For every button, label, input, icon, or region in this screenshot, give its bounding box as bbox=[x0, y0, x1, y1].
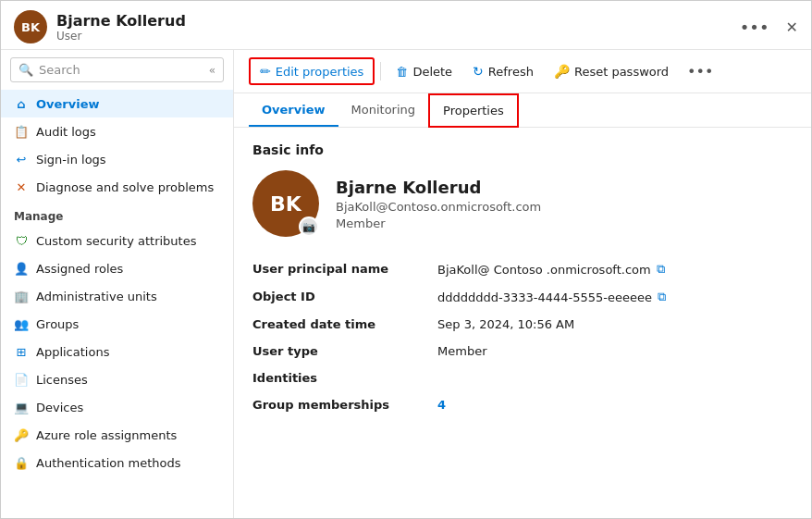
sidebar-label-auth-methods: Authentication methods bbox=[36, 456, 181, 470]
properties-table: User principal name BjaKoll@ Contoso .on… bbox=[252, 255, 793, 418]
table-row: Identities bbox=[252, 365, 793, 391]
usertype-value: Member bbox=[437, 344, 486, 358]
user-details: Bjarne Kollerud BjaKoll@Contoso.onmicros… bbox=[336, 170, 541, 237]
copy-objectid-icon[interactable]: ⧉ bbox=[658, 290, 666, 304]
sidebar-label-applications: Applications bbox=[36, 345, 109, 359]
prop-label-objectid: Object ID bbox=[252, 283, 437, 311]
prop-label-upn: User principal name bbox=[252, 255, 437, 283]
home-icon: ⌂ bbox=[14, 96, 29, 111]
refresh-icon: ↻ bbox=[473, 64, 484, 79]
device-icon: 💻 bbox=[14, 400, 29, 414]
header-more-button[interactable]: ••• bbox=[740, 18, 769, 37]
tab-overview[interactable]: Overview bbox=[249, 94, 338, 127]
search-placeholder: Search bbox=[39, 63, 80, 77]
created-value: Sep 3, 2024, 10:56 AM bbox=[437, 317, 574, 331]
header-user-name: Bjarne Kollerud bbox=[56, 12, 731, 30]
delete-label: Delete bbox=[412, 65, 452, 79]
sidebar-item-signin-logs[interactable]: ↩ Sign-in logs bbox=[1, 145, 233, 173]
user-email: BjaKoll@Contoso.onmicrosoft.com bbox=[336, 200, 541, 214]
avatar-initials: BK bbox=[21, 20, 40, 34]
prop-value-usertype: Member bbox=[437, 338, 793, 365]
prop-value-identities bbox=[437, 365, 793, 377]
app-icon: ⊞ bbox=[14, 344, 29, 359]
toolbar-more-button[interactable]: ••• bbox=[680, 58, 720, 85]
collapse-button[interactable]: « bbox=[209, 64, 215, 77]
person-badge-icon: 👤 bbox=[14, 261, 29, 276]
close-button[interactable]: ✕ bbox=[786, 19, 798, 36]
prop-value-group-memberships: 4 bbox=[437, 391, 793, 418]
header-avatar: BK bbox=[14, 10, 47, 43]
user-full-name: Bjarne Kollerud bbox=[336, 178, 541, 197]
prop-value-created: Sep 3, 2024, 10:56 AM bbox=[437, 311, 793, 338]
group-icon: 👥 bbox=[14, 316, 29, 331]
sidebar-item-audit-logs[interactable]: 📋 Audit logs bbox=[1, 117, 233, 145]
prop-value-objectid: dddddddd-3333-4444-5555-eeeeee ⧉ bbox=[437, 283, 793, 311]
signin-icon: ↩ bbox=[14, 152, 29, 167]
toolbar: ✏️ Edit properties 🗑 Delete ↻ Refresh 🔑 … bbox=[234, 50, 811, 93]
sidebar-label-admin-units: Administrative units bbox=[36, 290, 157, 303]
sidebar-label-assigned-roles: Assigned roles bbox=[36, 262, 123, 276]
user-avatar: BK 📷 bbox=[252, 170, 319, 237]
user-member-type: Member bbox=[336, 216, 541, 230]
sidebar-label-groups: Groups bbox=[36, 317, 79, 331]
header: BK Bjarne Kollerud User ••• ✕ bbox=[1, 1, 811, 50]
header-info: Bjarne Kollerud User bbox=[56, 12, 731, 43]
refresh-button[interactable]: ↻ Refresh bbox=[463, 59, 543, 83]
table-row: Created date time Sep 3, 2024, 10:56 AM bbox=[252, 311, 793, 338]
camera-icon[interactable]: 📷 bbox=[299, 216, 319, 237]
prop-value-upn: BjaKoll@ Contoso .onmicrosoft.com ⧉ bbox=[437, 255, 793, 283]
table-row: User type Member bbox=[252, 338, 793, 365]
header-user-role: User bbox=[56, 30, 731, 43]
group-memberships-count[interactable]: 4 bbox=[437, 398, 446, 412]
sidebar-item-applications[interactable]: ⊞ Applications bbox=[1, 338, 233, 365]
sidebar-item-assigned-roles[interactable]: 👤 Assigned roles bbox=[1, 254, 233, 282]
content-area: ✏️ Edit properties 🗑 Delete ↻ Refresh 🔑 … bbox=[234, 50, 811, 518]
sidebar-item-licenses[interactable]: 📄 Licenses bbox=[1, 365, 233, 393]
building-icon: 🏢 bbox=[14, 289, 29, 303]
sidebar-label-signin-logs: Sign-in logs bbox=[36, 153, 106, 167]
sidebar-label-devices: Devices bbox=[36, 401, 83, 414]
sidebar: 🔍 Search « ⌂ Overview 📋 Audit logs ↩ Sig… bbox=[1, 50, 234, 518]
content-body: Basic info BK 📷 Bjarne Kollerud BjaKoll@… bbox=[234, 128, 811, 518]
edit-properties-button[interactable]: ✏️ Edit properties bbox=[249, 57, 375, 85]
table-row: Object ID dddddddd-3333-4444-5555-eeeeee… bbox=[252, 283, 793, 311]
sidebar-label-custom-security: Custom security attributes bbox=[36, 234, 196, 248]
azure-icon: 🔑 bbox=[14, 427, 29, 442]
table-row: Group memberships 4 bbox=[252, 391, 793, 418]
table-row: User principal name BjaKoll@ Contoso .on… bbox=[252, 255, 793, 283]
search-box[interactable]: 🔍 Search « bbox=[10, 57, 224, 82]
sidebar-item-devices[interactable]: 💻 Devices bbox=[1, 393, 233, 421]
reset-password-button[interactable]: 🔑 Reset password bbox=[545, 59, 678, 83]
license-icon: 📄 bbox=[14, 372, 29, 387]
sidebar-item-azure-roles[interactable]: 🔑 Azure role assignments bbox=[1, 421, 233, 449]
prop-label-identities: Identities bbox=[252, 365, 437, 391]
sidebar-item-admin-units[interactable]: 🏢 Administrative units bbox=[1, 282, 233, 310]
sidebar-label-azure-roles: Azure role assignments bbox=[36, 428, 177, 442]
sidebar-item-custom-security[interactable]: 🛡 Custom security attributes bbox=[1, 227, 233, 254]
delete-button[interactable]: 🗑 Delete bbox=[387, 60, 461, 83]
prop-label-usertype: User type bbox=[252, 338, 437, 365]
sidebar-label-diagnose: Diagnose and solve problems bbox=[36, 180, 214, 194]
sidebar-item-diagnose[interactable]: ✕ Diagnose and solve problems bbox=[1, 173, 233, 201]
tabs: Overview Monitoring Properties bbox=[234, 93, 811, 128]
sidebar-label-audit-logs: Audit logs bbox=[36, 125, 96, 139]
tab-monitoring[interactable]: Monitoring bbox=[338, 94, 429, 127]
prop-label-group-memberships: Group memberships bbox=[252, 391, 437, 418]
section-title: Basic info bbox=[252, 142, 793, 157]
sidebar-item-groups[interactable]: 👥 Groups bbox=[1, 310, 233, 338]
sidebar-item-overview[interactable]: ⌂ Overview bbox=[1, 90, 233, 117]
copy-upn-icon[interactable]: ⧉ bbox=[657, 262, 665, 277]
upn-value: BjaKoll@ Contoso .onmicrosoft.com bbox=[437, 263, 651, 277]
sidebar-item-auth-methods[interactable]: 🔒 Authentication methods bbox=[1, 449, 233, 476]
list-icon: 📋 bbox=[14, 124, 29, 139]
user-avatar-initials: BK bbox=[270, 192, 301, 216]
prop-label-created: Created date time bbox=[252, 311, 437, 338]
toolbar-separator bbox=[380, 62, 381, 80]
refresh-label: Refresh bbox=[488, 65, 534, 79]
shield-icon: 🛡 bbox=[14, 233, 29, 248]
tab-properties[interactable]: Properties bbox=[428, 93, 519, 128]
key-icon: 🔑 bbox=[554, 64, 570, 79]
main-layout: 🔍 Search « ⌂ Overview 📋 Audit logs ↩ Sig… bbox=[1, 50, 811, 518]
edit-icon: ✏️ bbox=[260, 64, 271, 79]
reset-password-label: Reset password bbox=[574, 65, 669, 79]
